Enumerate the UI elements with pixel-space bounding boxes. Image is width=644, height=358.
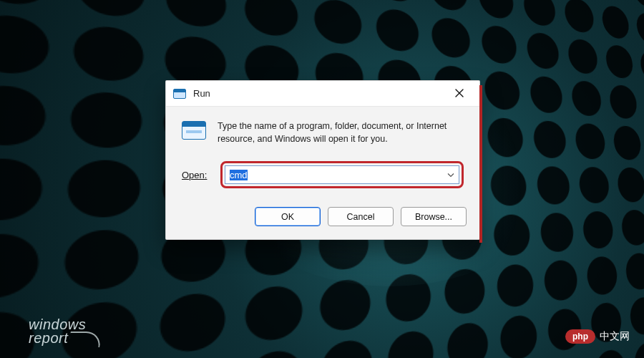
open-combobox[interactable] <box>225 165 459 184</box>
open-field-highlight <box>220 161 464 188</box>
cancel-button[interactable]: Cancel <box>328 207 394 226</box>
run-dialog: Run Type the name of a program, folder, … <box>165 80 480 240</box>
dialog-title: Run <box>193 88 210 99</box>
dialog-actions: OK Cancel Browse... <box>166 195 479 239</box>
swoosh-icon <box>71 337 101 344</box>
php-badge: php <box>565 329 595 344</box>
run-icon <box>182 121 206 140</box>
watermark-phpcn: php 中文网 <box>565 329 630 344</box>
open-input[interactable] <box>225 165 459 184</box>
browse-button[interactable]: Browse... <box>401 207 467 226</box>
open-label: Open: <box>182 170 210 180</box>
titlebar: Run <box>166 81 479 107</box>
dialog-description: Type the name of a program, folder, docu… <box>218 120 464 145</box>
watermark-windowsreport: windows report <box>29 318 101 345</box>
dialog-body: Type the name of a program, folder, docu… <box>166 107 479 195</box>
run-titlebar-icon <box>173 89 186 99</box>
chevron-down-icon[interactable] <box>447 171 454 179</box>
close-button[interactable] <box>445 84 474 104</box>
ok-button[interactable]: OK <box>255 207 321 226</box>
close-icon <box>455 87 464 100</box>
